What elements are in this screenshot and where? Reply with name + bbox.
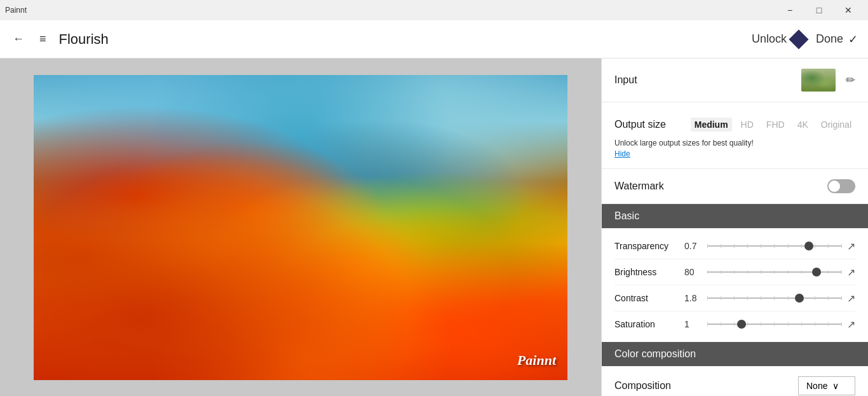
titlebar-controls: − □ ✕ [775,0,863,20]
slider-track-transparency[interactable] [707,240,842,252]
slider-ticks [707,270,842,274]
slider-name-contrast: Contrast [614,293,684,303]
right-panel: Input ✏ Output size Medium HD FHD 4K Ori… [601,58,868,396]
size-option-original[interactable]: Original [817,118,855,132]
slider-value-saturation: 1 [684,319,707,329]
expand-icon-saturation[interactable]: ↗ [847,318,855,331]
appbar: ← ≡ Flourish Unlock Done ✓ [0,20,868,58]
titlebar: Painnt − □ ✕ [0,0,868,20]
watermark-row: Watermark [614,179,855,193]
color-composition-header: Color composition [602,342,868,366]
watermark-label: Watermark [614,181,664,192]
expand-icon-brightness[interactable]: ↗ [847,266,855,278]
slider-track-bg [707,324,842,325]
slider-row-saturation: Saturation 1 [614,311,855,337]
done-button[interactable]: Done ✓ [816,32,858,46]
size-option-4k[interactable]: 4K [794,118,812,132]
slider-thumb-transparency[interactable] [804,242,813,250]
slider-ticks [707,296,842,300]
edit-icon[interactable]: ✏ [846,73,855,87]
close-button[interactable]: ✕ [834,0,863,20]
slider-track-brightness[interactable] [707,266,842,278]
back-icon: ← [13,32,24,45]
check-icon: ✓ [848,32,858,46]
slider-value-brightness: 80 [684,267,707,277]
slider-value-contrast: 1.8 [684,293,707,303]
slider-track-bg [707,245,842,247]
menu-icon: ≡ [39,32,46,45]
menu-button[interactable]: ≡ [37,30,49,48]
slider-thumb-brightness[interactable] [812,268,821,277]
main-content: Painnt Input ✏ Output size Medium HD [0,58,868,396]
unlock-button[interactable]: Unlock [752,32,806,46]
hide-link[interactable]: Hide [614,149,855,158]
output-size-label: Output size [614,119,666,130]
done-label: Done [816,32,843,46]
slider-row-brightness: Brightness 80 [614,259,855,285]
artwork-watermark: Painnt [517,352,556,369]
slider-value-transparency: 0.7 [684,241,707,251]
slider-track-bg [707,297,842,299]
size-option-medium[interactable]: Medium [691,118,732,132]
input-section: Input ✏ [602,58,868,102]
output-size-row: Output size Medium HD FHD 4K Original Un… [614,118,855,158]
appbar-left: ← ≡ Flourish [10,30,109,48]
chevron-down-icon: ∨ [832,381,839,391]
composition-label: Composition [614,380,671,392]
input-right: ✏ [801,69,855,92]
appbar-right: Unlock Done ✓ [752,32,858,46]
slider-thumb-contrast[interactable] [795,294,804,303]
input-row: Input ✏ [614,69,855,92]
slider-name-brightness: Brightness [614,267,684,277]
watermark-section: Watermark [602,169,868,204]
slider-row-transparency: Transparency 0.7 [614,233,855,259]
slider-name-transparency: Transparency [614,241,684,251]
slider-track-saturation[interactable] [707,318,842,331]
artwork: Painnt [34,75,567,380]
watermark-toggle[interactable] [827,179,855,193]
unlock-note: Unlock large output sizes for best quali… [614,139,754,147]
basic-section-header: Basic [602,204,868,228]
canvas-area: Painnt [0,58,601,396]
slider-ticks [707,244,842,248]
diamond-icon [789,29,808,49]
back-button[interactable]: ← [10,30,27,48]
slider-track-bg [707,271,842,273]
titlebar-title: Painnt [5,6,27,15]
slider-row-contrast: Contrast 1.8 [614,285,855,311]
size-option-hd[interactable]: HD [737,118,757,132]
slider-track-contrast[interactable] [707,292,842,304]
maximize-button[interactable]: □ [804,0,834,20]
size-options: Medium HD FHD 4K Original [691,118,855,132]
size-option-fhd[interactable]: FHD [763,118,789,132]
artwork-canvas [34,75,567,380]
composition-value: None [806,381,827,391]
composition-section: Composition None ∨ [602,366,868,396]
sliders-section: Transparency 0.7 [602,228,868,342]
minimize-button[interactable]: − [775,0,804,20]
expand-icon-contrast[interactable]: ↗ [847,292,855,304]
page-title: Flourish [59,31,109,48]
slider-ticks [707,322,842,326]
composition-select[interactable]: None ∨ [798,376,855,395]
slider-name-saturation: Saturation [614,319,684,329]
titlebar-left: Painnt [5,6,27,15]
output-size-section: Output size Medium HD FHD 4K Original Un… [602,102,868,169]
basic-label: Basic [614,210,639,221]
input-label: Input [614,74,637,86]
composition-row: Composition None ∨ [614,376,855,395]
color-composition-label: Color composition [614,348,696,359]
input-thumbnail[interactable] [801,69,836,92]
slider-thumb-saturation[interactable] [737,320,746,329]
expand-icon-transparency[interactable]: ↗ [847,240,855,252]
unlock-label: Unlock [752,32,787,46]
